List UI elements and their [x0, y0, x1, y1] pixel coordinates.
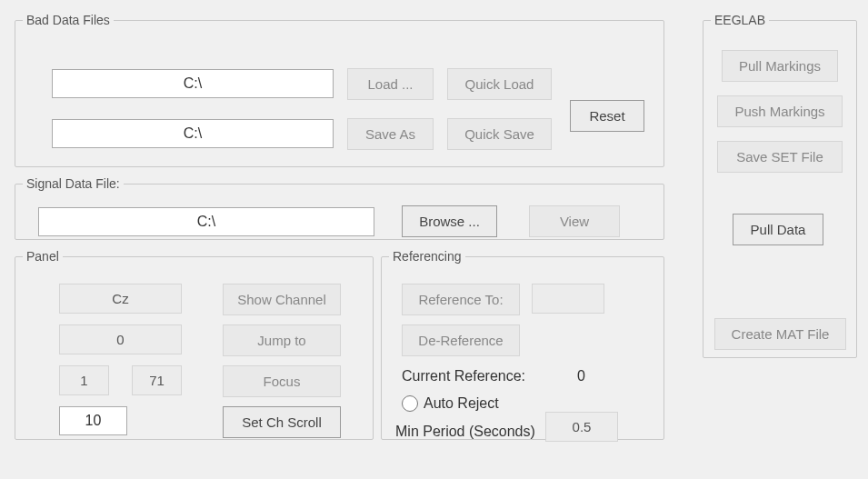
- min-period-label: Min Period (Seconds): [395, 424, 535, 440]
- bad-data-path1-input[interactable]: C:\: [52, 69, 334, 98]
- referencing-legend: Referencing: [389, 249, 465, 264]
- focus-button[interactable]: Focus: [223, 365, 341, 397]
- referencing-group: Referencing Reference To: De-Reference C…: [381, 249, 664, 440]
- quick-load-button[interactable]: Quick Load: [447, 68, 552, 100]
- view-button[interactable]: View: [529, 205, 620, 237]
- reset-button[interactable]: Reset: [570, 100, 644, 132]
- browse-button[interactable]: Browse ...: [402, 205, 497, 237]
- jump-to-button[interactable]: Jump to: [223, 324, 341, 356]
- reference-to-field[interactable]: [532, 284, 604, 314]
- pull-markings-button[interactable]: Pull Markings: [722, 50, 838, 82]
- signal-data-path-input[interactable]: C:\: [38, 207, 374, 236]
- seventyone-field[interactable]: 71: [132, 365, 182, 395]
- eeglab-group: EEGLAB Pull Markings Push Markings Save …: [703, 13, 857, 358]
- auto-reject-radio[interactable]: [402, 395, 418, 412]
- panel-legend: Panel: [23, 249, 63, 264]
- eeglab-legend: EEGLAB: [711, 13, 769, 27]
- bad-data-files-group: Bad Data Files C:\ Load ... Quick Load C…: [15, 13, 664, 167]
- quick-save-button[interactable]: Quick Save: [447, 118, 552, 150]
- min-period-field[interactable]: 0.5: [545, 412, 618, 442]
- current-reference-value: 0: [577, 368, 585, 384]
- create-mat-file-button[interactable]: Create MAT File: [714, 318, 846, 350]
- show-channel-button[interactable]: Show Channel: [223, 284, 341, 315]
- push-markings-button[interactable]: Push Markings: [717, 95, 843, 127]
- save-as-button[interactable]: Save As: [347, 118, 434, 150]
- load-button[interactable]: Load ...: [347, 68, 434, 100]
- auto-reject-label: Auto Reject: [424, 395, 499, 412]
- zero-field[interactable]: 0: [59, 324, 182, 354]
- auto-reject-row[interactable]: Auto Reject: [402, 395, 499, 412]
- set-ch-scroll-button[interactable]: Set Ch Scroll: [223, 406, 341, 438]
- current-reference-label: Current Reference:: [402, 368, 525, 384]
- panel-group: Panel Cz Show Channel 0 Jump to 1 71 Foc…: [15, 249, 374, 440]
- de-reference-button[interactable]: De-Reference: [402, 324, 520, 356]
- ten-input[interactable]: 10: [59, 406, 127, 435]
- signal-data-file-legend: Signal Data File:: [23, 176, 124, 191]
- bad-data-files-legend: Bad Data Files: [23, 13, 114, 27]
- reference-to-button[interactable]: Reference To:: [402, 284, 520, 315]
- save-set-file-button[interactable]: Save SET File: [717, 141, 843, 173]
- pull-data-button[interactable]: Pull Data: [733, 214, 823, 245]
- signal-data-file-group: Signal Data File: C:\ Browse ... View: [15, 176, 664, 240]
- bad-data-path2-input[interactable]: C:\: [52, 119, 334, 148]
- channel-field[interactable]: Cz: [59, 284, 182, 314]
- one-field[interactable]: 1: [59, 365, 109, 395]
